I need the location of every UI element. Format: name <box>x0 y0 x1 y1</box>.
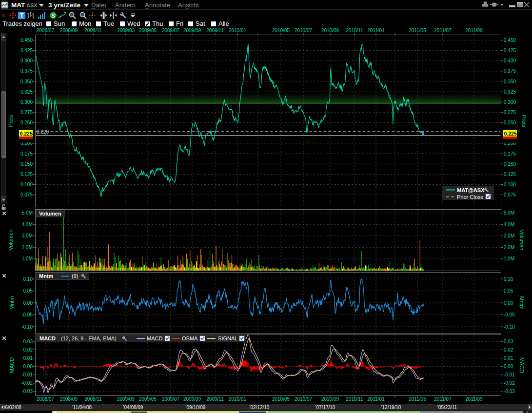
svg-text:0.400: 0.400 <box>20 58 33 63</box>
svg-text:0.125: 0.125 <box>504 172 516 177</box>
svg-text:0.03: 0.03 <box>23 339 33 344</box>
svg-text:'02/12/10: '02/12/10 <box>250 405 270 410</box>
svg-text:2009/05: 2009/05 <box>139 28 157 33</box>
svg-text:0.03: 0.03 <box>504 339 513 344</box>
svg-text:×: × <box>1 12 5 19</box>
svg-text:'11/04/08: '11/04/08 <box>72 405 92 410</box>
svg-text:2.0M: 2.0M <box>504 245 514 250</box>
svg-text:2008/09: 2008/09 <box>60 28 78 33</box>
svg-text:0.02: 0.02 <box>23 347 33 353</box>
svg-text:1.0M: 1.0M <box>22 256 33 261</box>
svg-text:Thu: Thu <box>152 20 163 27</box>
svg-text:(12, 26, 9 - EMA, EMA): (12, 26, 9 - EMA, EMA) <box>61 335 117 341</box>
svg-text:(9): (9) <box>72 273 78 279</box>
svg-text:MACD: MACD <box>147 335 162 341</box>
svg-text:0.100: 0.100 <box>504 182 516 187</box>
svg-text:3 yrs/Zeile: 3 yrs/Zeile <box>48 1 81 9</box>
svg-text:0.350: 0.350 <box>504 79 516 84</box>
svg-text:0.175: 0.175 <box>504 151 516 157</box>
svg-text:0.01: 0.01 <box>504 355 513 361</box>
svg-text:Ansicht: Ansicht <box>178 1 199 9</box>
svg-text:MAT@ASX: MAT@ASX <box>457 187 485 193</box>
svg-text:OSMA: OSMA <box>182 335 198 341</box>
svg-text:SIGNAL: SIGNAL <box>218 335 237 341</box>
svg-text:Mon: Mon <box>79 20 91 27</box>
svg-text:Annotate: Annotate <box>145 1 170 9</box>
svg-text:0.325: 0.325 <box>504 89 516 95</box>
svg-text:✕: ✕ <box>1 335 6 342</box>
svg-text:-0.10: -0.10 <box>21 324 33 330</box>
svg-text:3.0M: 3.0M <box>504 233 514 238</box>
svg-text:-0.05: -0.05 <box>504 312 515 317</box>
svg-text:0.10: 0.10 <box>504 276 513 282</box>
svg-text:0.150: 0.150 <box>20 161 33 167</box>
svg-text:0.400: 0.400 <box>504 58 516 63</box>
svg-text:0.250: 0.250 <box>504 120 516 125</box>
svg-text:0.175: 0.175 <box>20 151 33 157</box>
svg-text:0.075: 0.075 <box>20 192 33 197</box>
svg-text:0.220: 0.220 <box>37 129 49 135</box>
svg-text:MACD: MACD <box>519 357 525 373</box>
svg-text:0.325: 0.325 <box>20 89 33 95</box>
svg-text:2.0M: 2.0M <box>22 245 33 250</box>
svg-text:'07/17/10: '07/17/10 <box>315 405 335 410</box>
svg-text:0.075: 0.075 <box>504 192 516 197</box>
svg-text:MACD: MACD <box>9 357 15 373</box>
svg-text:5.0M: 5.0M <box>504 210 514 216</box>
svg-text:2010/07: 2010/07 <box>295 28 313 33</box>
svg-text:Ändern: Ändern <box>115 1 136 9</box>
svg-text:0.05: 0.05 <box>23 288 33 294</box>
svg-text:0.300: 0.300 <box>20 99 33 105</box>
svg-text:2011/05: 2011/05 <box>409 28 426 33</box>
svg-text:ASX: ASX <box>26 2 38 8</box>
svg-text:Wed: Wed <box>127 20 140 27</box>
svg-text:0.425: 0.425 <box>504 48 516 53</box>
svg-text:✕: ✕ <box>1 210 6 217</box>
svg-text:MAT: MAT <box>11 1 25 9</box>
svg-text:0.125: 0.125 <box>20 172 33 177</box>
svg-text:S: S <box>51 13 55 19</box>
svg-text:2009/03: 2009/03 <box>117 28 135 33</box>
svg-text:0.00: 0.00 <box>23 300 33 306</box>
svg-text:Prior Close: Prior Close <box>457 194 483 200</box>
svg-text:Preis: Preis <box>8 115 14 127</box>
svg-text:2011/09: 2011/09 <box>465 28 483 33</box>
svg-text:0.225: 0.225 <box>504 131 517 137</box>
svg-text:-0.01: -0.01 <box>21 372 33 377</box>
svg-text:0.375: 0.375 <box>504 68 516 74</box>
svg-text:Mntm: Mntm <box>9 296 15 310</box>
svg-text:5.0M: 5.0M <box>22 210 33 216</box>
svg-text:Volumen: Volumen <box>519 230 525 251</box>
svg-text:Mntm: Mntm <box>39 273 54 279</box>
svg-text:3.0M: 3.0M <box>22 233 33 238</box>
svg-text:0.225: 0.225 <box>20 131 33 137</box>
svg-text:2009/09: 2009/09 <box>183 28 201 33</box>
svg-text:Trades zeigen: Trades zeigen <box>2 20 42 27</box>
svg-text:-0.02: -0.02 <box>21 380 33 386</box>
svg-text:2010/01: 2010/01 <box>229 28 247 33</box>
svg-text:Volumen: Volumen <box>8 230 14 251</box>
svg-text:0.375: 0.375 <box>20 68 33 74</box>
svg-text:4.0M: 4.0M <box>504 222 514 227</box>
svg-text:2010/11: 2010/11 <box>346 28 363 33</box>
svg-text:'05/23/11: '05/23/11 <box>437 405 457 410</box>
svg-text:0.450: 0.450 <box>504 38 516 43</box>
svg-text:0.00: 0.00 <box>23 364 33 369</box>
svg-text:-0.10: -0.10 <box>504 324 515 330</box>
svg-text:'09/10/09: '09/10/09 <box>186 405 206 410</box>
svg-text:0.00: 0.00 <box>504 364 513 369</box>
svg-text:0.01: 0.01 <box>23 355 33 361</box>
svg-text:MACD: MACD <box>39 335 56 341</box>
svg-text:0.450: 0.450 <box>20 38 33 43</box>
svg-text:'12/19/10: '12/19/10 <box>381 405 401 410</box>
svg-text:-0.03: -0.03 <box>21 389 33 394</box>
svg-text:2009/11: 2009/11 <box>206 28 224 33</box>
svg-text:4.0M: 4.0M <box>22 222 33 227</box>
svg-text:0.250: 0.250 <box>20 120 33 125</box>
svg-text:✕: ✕ <box>1 273 6 279</box>
svg-text:0.05: 0.05 <box>504 288 513 294</box>
svg-text:Alle: Alle <box>218 20 229 27</box>
svg-text:0.275: 0.275 <box>504 110 516 115</box>
svg-text:2011/07: 2011/07 <box>434 28 452 33</box>
svg-text:0.100: 0.100 <box>20 182 33 187</box>
